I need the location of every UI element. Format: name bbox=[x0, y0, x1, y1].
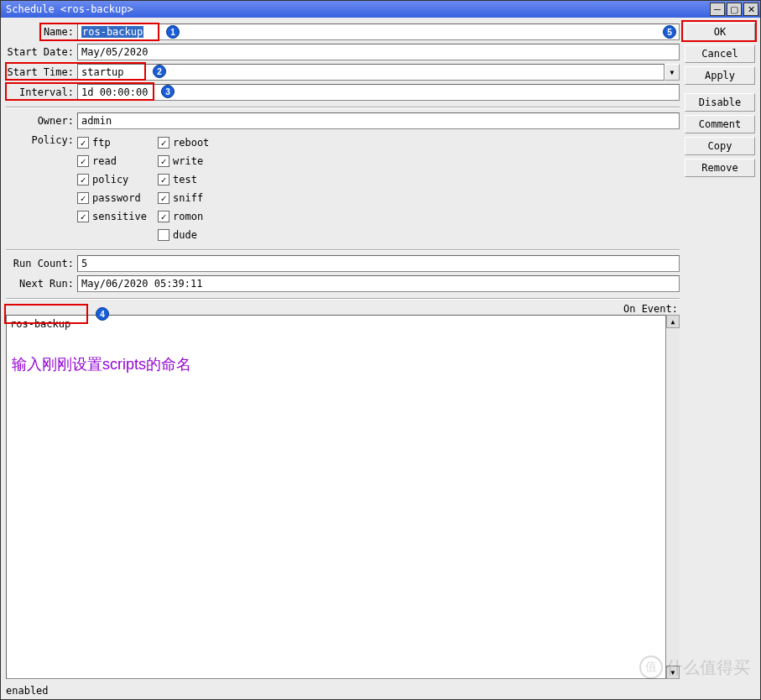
policy-policy[interactable]: ✓policy bbox=[77, 170, 158, 189]
apply-button[interactable]: Apply bbox=[685, 66, 755, 85]
copy-button[interactable]: Copy bbox=[685, 137, 755, 155]
next-run-input[interactable]: May/06/2020 05:39:11 bbox=[77, 275, 680, 292]
start-date-row: Start Date: May/05/2020 bbox=[6, 43, 680, 61]
status-bar: enabled bbox=[1, 684, 760, 699]
policy-label: Policy: bbox=[6, 132, 77, 146]
owner-label: Owner: bbox=[6, 115, 77, 127]
interval-row: Interval: 1d 00:00:00 bbox=[6, 83, 680, 102]
annotation-badge-3: 3 bbox=[161, 85, 175, 98]
checkbox-icon: ✓ bbox=[77, 174, 89, 185]
annotation-badge-4: 4 bbox=[96, 307, 109, 321]
checkbox-icon: ✓ bbox=[158, 155, 169, 167]
checkbox-icon bbox=[158, 229, 169, 241]
annotation-badge-1: 1 bbox=[166, 25, 180, 39]
on-event-textarea[interactable]: ros-backup 输入刚刚设置scripts的命名 bbox=[6, 315, 666, 679]
annotation-text: 输入刚刚设置scripts的命名 bbox=[12, 354, 191, 374]
annotation-badge-2: 2 bbox=[153, 65, 166, 78]
start-time-label: Start Time: bbox=[6, 66, 77, 78]
divider bbox=[6, 249, 680, 251]
divider bbox=[6, 107, 680, 108]
interval-label: Interval: bbox=[6, 86, 77, 98]
checkbox-icon: ✓ bbox=[77, 137, 89, 149]
start-time-dropdown-icon[interactable]: ▼ bbox=[665, 64, 680, 81]
run-count-input[interactable]: 5 bbox=[77, 255, 680, 272]
divider bbox=[6, 298, 680, 300]
policy-reboot[interactable]: ✓reboot bbox=[158, 133, 242, 152]
policy-read[interactable]: ✓read bbox=[77, 152, 158, 170]
checkbox-icon: ✓ bbox=[77, 192, 89, 204]
name-row: Name: ros-backup bbox=[6, 23, 680, 41]
remove-button[interactable]: Remove bbox=[685, 159, 755, 177]
start-date-label: Start Date: bbox=[6, 46, 77, 58]
run-count-row: Run Count: 5 bbox=[6, 254, 680, 273]
next-run-label: Next Run: bbox=[6, 278, 77, 290]
checkbox-icon: ✓ bbox=[77, 155, 89, 167]
policy-sniff[interactable]: ✓sniff bbox=[158, 189, 242, 207]
titlebar: Schedule <ros-backup> ─ ▢ ✕ bbox=[1, 1, 760, 18]
minimize-button[interactable]: ─ bbox=[710, 3, 725, 16]
checkbox-icon: ✓ bbox=[158, 211, 169, 222]
disable-button[interactable]: Disable bbox=[685, 93, 755, 112]
scrollbar[interactable]: ▲ ▼ bbox=[666, 315, 680, 679]
checkbox-icon: ✓ bbox=[158, 192, 169, 204]
name-label: Name: bbox=[6, 26, 77, 38]
comment-button[interactable]: Comment bbox=[685, 115, 755, 133]
policy-row: Policy: ✓ftp ✓read ✓policy ✓password ✓se… bbox=[6, 132, 680, 244]
side-buttons: OK Cancel Apply Disable Comment Copy Rem… bbox=[685, 23, 755, 679]
checkbox-icon: ✓ bbox=[77, 211, 89, 222]
owner-row: Owner: admin bbox=[6, 112, 680, 130]
run-count-label: Run Count: bbox=[6, 258, 77, 269]
close-button[interactable]: ✕ bbox=[743, 3, 758, 16]
start-date-input[interactable]: May/05/2020 bbox=[77, 44, 680, 60]
scroll-up-icon[interactable]: ▲ bbox=[666, 315, 680, 328]
start-time-row: Start Time: startup ▼ bbox=[6, 63, 680, 81]
watermark: 值 什么值得买 bbox=[639, 656, 750, 679]
checkbox-icon: ✓ bbox=[158, 174, 169, 185]
window-title: Schedule <ros-backup> bbox=[6, 3, 708, 15]
policy-sensitive[interactable]: ✓sensitive bbox=[77, 207, 158, 226]
next-run-row: Next Run: May/06/2020 05:39:11 bbox=[6, 274, 680, 293]
policy-romon[interactable]: ✓romon bbox=[158, 207, 242, 226]
policy-password[interactable]: ✓password bbox=[77, 189, 158, 207]
policy-dude[interactable]: dude bbox=[158, 226, 242, 244]
policy-test[interactable]: ✓test bbox=[158, 170, 242, 189]
checkbox-icon: ✓ bbox=[158, 137, 169, 149]
owner-input[interactable]: admin bbox=[77, 112, 680, 129]
annotation-badge-5: 5 bbox=[663, 25, 676, 39]
policy-write[interactable]: ✓write bbox=[158, 152, 242, 170]
maximize-button[interactable]: ▢ bbox=[727, 3, 742, 16]
policy-ftp[interactable]: ✓ftp bbox=[77, 133, 158, 152]
ok-button[interactable]: OK bbox=[685, 23, 755, 41]
cancel-button[interactable]: Cancel bbox=[685, 44, 755, 63]
